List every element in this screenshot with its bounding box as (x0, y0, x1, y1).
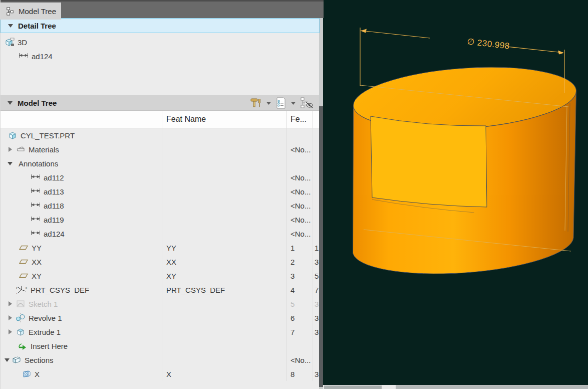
tree-row-insert-here[interactable]: Insert Here (1, 339, 320, 353)
caret-down-icon[interactable] (290, 98, 296, 108)
revolve-icon (16, 313, 26, 323)
expand-arrow-icon[interactable] (8, 146, 14, 152)
expand-arrow-icon[interactable] (8, 315, 14, 321)
tree-row-ad113[interactable]: ad113 <No... (1, 184, 320, 199)
tree-row-part-root[interactable]: CYL_TEST.PRT (1, 128, 320, 142)
datum-plane-icon (19, 257, 29, 267)
scrollbar-thumb[interactable] (319, 106, 323, 387)
tree-row-materials[interactable]: Materials <No... (1, 142, 320, 156)
annotation-3d-icon (5, 37, 15, 47)
tree-row-xy[interactable]: XY XY 3 5 (1, 269, 320, 283)
panel-scrollbar[interactable] (319, 18, 323, 389)
column-header-feat-id[interactable]: Fe... (286, 111, 312, 128)
extrude-icon (16, 327, 26, 337)
flat-cut-face[interactable] (371, 116, 487, 207)
svg-text:x: x (26, 286, 27, 289)
expand-arrow-icon[interactable] (8, 301, 14, 307)
insert-here-arrow-icon (18, 341, 28, 351)
creo-model-tree-window: Model Tree Detail Tree 3D (0, 0, 588, 389)
settings-list-icon[interactable] (275, 97, 287, 110)
collapse-arrow-icon[interactable] (8, 101, 13, 105)
collapse-arrow-icon[interactable] (8, 24, 13, 28)
dimension-icon (31, 186, 41, 197)
dimension-icon (31, 172, 41, 182)
scrollbar-segment[interactable] (324, 385, 382, 389)
detail-tree-body: 3D ad124 (1, 33, 320, 95)
dimension-icon (31, 201, 41, 211)
csys-icon: x y z (16, 285, 28, 295)
tree-row-extrude-1[interactable]: Extrude 1 7 3 (1, 325, 320, 339)
datum-plane-icon (19, 271, 29, 281)
column-header-tree[interactable] (1, 111, 162, 128)
tree-row-sketch-1[interactable]: Sketch 1 5 3 (1, 297, 320, 311)
tree-row-section-x[interactable]: X X 8 3 (1, 367, 320, 381)
detail-tree-item-3d[interactable]: 3D (1, 35, 320, 49)
model-tree-panel: Model Tree Detail Tree 3D (0, 0, 319, 389)
tree-row-ad124[interactable]: ad124 <No... (1, 227, 320, 241)
collapse-arrow-icon[interactable] (5, 357, 11, 363)
tree-row-revolve-1[interactable]: Revolve 1 6 3 (1, 311, 320, 325)
collapse-arrow-icon[interactable] (8, 160, 14, 166)
tree-row-sections[interactable]: Sections <No... (1, 353, 320, 367)
panel-tab-bar: Model Tree (1, 0, 324, 18)
tree-row-prt-csys-def[interactable]: x y z PRT_CSYS_DEF PRT_CSYS_DEF 4 7 (1, 283, 320, 297)
filters-hammer-icon[interactable] (249, 97, 262, 110)
caret-down-icon[interactable] (266, 98, 271, 108)
scrollbar-segment[interactable] (396, 385, 588, 389)
column-header-clipped[interactable] (312, 111, 320, 128)
detail-tree-title: Detail Tree (18, 22, 56, 30)
tree-row-ad119[interactable]: ad119 <No... (1, 213, 320, 227)
detail-tree-item-ad124[interactable]: ad124 (1, 49, 320, 63)
tab-model-tree[interactable]: Model Tree (1, 3, 61, 20)
tree-row-ad118[interactable]: ad118 <No... (1, 199, 320, 213)
show-hide-tree-columns-icon[interactable] (300, 97, 315, 110)
dimension-icon (19, 51, 29, 61)
dimension-icon (31, 229, 41, 239)
tree-row-xx[interactable]: XX XX 2 3 (1, 255, 320, 269)
sections-icon (12, 355, 22, 365)
model-tree-title: Model Tree (18, 99, 57, 107)
materials-icon (16, 144, 26, 154)
graphics-viewport[interactable]: ∅ 230.998 (323, 0, 588, 389)
model-tree-rows: CYL_TEST.PRT Materials (1, 128, 320, 389)
section-x-icon (22, 369, 32, 379)
part-icon (8, 130, 18, 140)
viewport-bottom-scrollbar[interactable] (323, 385, 588, 389)
sketch-icon (16, 299, 26, 309)
svg-text:y: y (16, 286, 18, 289)
tree-row-ad112[interactable]: ad112 <No... (1, 170, 320, 184)
tree-row-yy[interactable]: YY YY 1 1 (1, 241, 320, 255)
tree-row-annotations[interactable]: Annotations (1, 156, 320, 170)
model-3d-canvas[interactable]: ∅ 230.998 (323, 0, 588, 385)
model-tree-toolbar (249, 97, 315, 110)
tab-label: Model Tree (19, 7, 56, 16)
cylinder-model[interactable] (351, 61, 578, 274)
model-tree-section-header[interactable]: Model Tree (1, 95, 320, 111)
detail-tree-header[interactable]: Detail Tree (1, 18, 320, 33)
model-tree-icon (5, 6, 15, 16)
expand-arrow-icon[interactable] (8, 329, 14, 335)
dimension-icon (31, 215, 41, 225)
column-header-feat-name[interactable]: Feat Name (162, 111, 286, 128)
svg-text:z: z (16, 292, 18, 295)
datum-plane-icon (19, 243, 29, 253)
tree-column-header: Feat Name Fe... (1, 111, 320, 128)
